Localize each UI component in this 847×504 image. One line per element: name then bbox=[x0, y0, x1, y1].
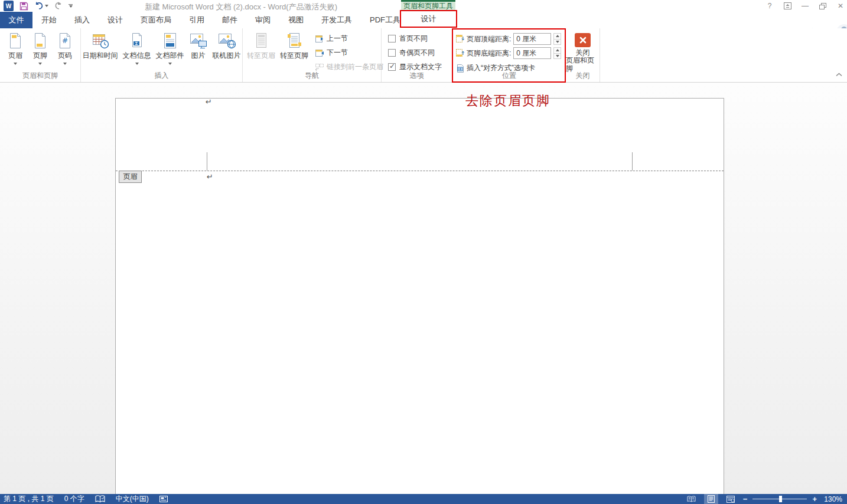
different-odd-even-checkbox[interactable] bbox=[388, 49, 396, 57]
footer-from-bottom-row: 页脚底端距离: bbox=[455, 47, 566, 59]
zoom-percentage[interactable]: 130% bbox=[822, 495, 842, 503]
header-from-top-icon bbox=[455, 34, 464, 44]
zoom-slider[interactable] bbox=[752, 494, 807, 504]
redo-icon[interactable] bbox=[54, 1, 63, 11]
close-header-footer-button[interactable]: 关闭 页眉和页脚 bbox=[566, 28, 600, 73]
footer-dropdown-arrow[interactable] bbox=[38, 63, 42, 65]
next-section-icon bbox=[315, 49, 324, 57]
different-first-page-checkbox-row[interactable]: 首页不同 bbox=[388, 34, 452, 44]
goto-footer-icon bbox=[285, 32, 303, 50]
close-window-icon[interactable]: ✕ bbox=[836, 2, 845, 10]
show-document-text-checkbox[interactable] bbox=[388, 63, 396, 71]
macro-recording-icon[interactable] bbox=[159, 496, 168, 502]
zoom-in-button[interactable]: + bbox=[812, 495, 817, 503]
tab-developer[interactable]: 开发工具 bbox=[312, 12, 361, 28]
group-label-insert: 插入 bbox=[81, 71, 242, 81]
group-options: 首页不同 奇偶页不同 显示文档文字 选项 bbox=[382, 28, 452, 82]
header-tag: 页眉 bbox=[119, 171, 142, 183]
group-insert: 日期和时间 文档信息 文档部件 图片 联机图 bbox=[81, 28, 243, 82]
header-from-top-spinner[interactable] bbox=[553, 33, 561, 45]
date-time-button[interactable]: 日期和时间 bbox=[81, 32, 120, 61]
tab-review[interactable]: 审阅 bbox=[246, 12, 279, 28]
tab-view[interactable]: 视图 bbox=[279, 12, 312, 28]
different-odd-even-checkbox-row[interactable]: 奇偶页不同 bbox=[388, 48, 452, 58]
restore-icon[interactable] bbox=[819, 2, 827, 10]
page-number-icon: # bbox=[56, 32, 74, 50]
word-window: W 新建 Microsoft Word 文档 (2).docx - Word(产… bbox=[0, 0, 847, 504]
window-title: 新建 Microsoft Word 文档 (2).docx - Word(产品激… bbox=[145, 2, 337, 12]
quick-access-toolbar: W bbox=[4, 1, 73, 11]
tab-file[interactable]: 文件 bbox=[0, 12, 32, 28]
word-count[interactable]: 0 个字 bbox=[64, 494, 84, 504]
page-indicator[interactable]: 第 1 页 , 共 1 页 bbox=[4, 494, 54, 504]
footer-from-bottom-input[interactable] bbox=[513, 47, 551, 59]
tab-mailings[interactable]: 邮件 bbox=[213, 12, 246, 28]
different-first-page-checkbox[interactable] bbox=[388, 35, 396, 42]
header-dashed-boundary bbox=[116, 171, 724, 171]
group-close: 关闭 页眉和页脚 关闭 bbox=[566, 28, 600, 82]
goto-header-button: 转至页眉 bbox=[245, 32, 277, 61]
zoom-slider-thumb[interactable] bbox=[779, 496, 782, 502]
previous-section-button[interactable]: 上一节 bbox=[315, 34, 383, 44]
svg-text:#: # bbox=[62, 37, 68, 45]
document-info-dropdown-arrow[interactable] bbox=[135, 63, 139, 65]
pictures-button[interactable]: 图片 bbox=[187, 32, 210, 61]
header-from-top-input[interactable] bbox=[513, 33, 551, 45]
group-position: 页眉顶端距离: 页脚底端距离: 插入“对齐方式”选项卡 位置 bbox=[452, 28, 566, 82]
language-indicator[interactable]: 中文(中国) bbox=[116, 494, 149, 504]
ribbon: 页眉 页脚 # 页码 页眉和页脚 bbox=[0, 28, 847, 83]
page-number-button[interactable]: # 页码 bbox=[54, 32, 76, 65]
undo-icon[interactable] bbox=[34, 1, 48, 11]
header-from-top-row: 页眉顶端距离: bbox=[455, 33, 566, 45]
header-dropdown-arrow[interactable] bbox=[14, 63, 17, 65]
document-info-button[interactable]: 文档信息 bbox=[121, 32, 153, 65]
group-label-position: 位置 bbox=[452, 71, 566, 81]
print-layout-view-button[interactable] bbox=[704, 494, 718, 504]
proofing-status-icon[interactable] bbox=[95, 495, 105, 503]
status-bar: 第 1 页 , 共 1 页 0 个字 中文(中国) − bbox=[0, 494, 847, 504]
minimize-icon[interactable]: — bbox=[801, 2, 809, 10]
tab-insert[interactable]: 插入 bbox=[66, 12, 99, 28]
page-number-dropdown-arrow[interactable] bbox=[63, 63, 67, 65]
footer-from-bottom-spinner[interactable] bbox=[553, 47, 561, 59]
tab-references[interactable]: 引用 bbox=[180, 12, 213, 28]
tab-page-layout[interactable]: 页面布局 bbox=[132, 12, 180, 28]
group-label-options: 选项 bbox=[382, 71, 452, 81]
tab-design[interactable]: 设计 bbox=[99, 12, 132, 28]
group-label-header-footer: 页眉和页脚 bbox=[0, 71, 80, 81]
save-icon[interactable] bbox=[19, 1, 28, 11]
ribbon-display-options-icon[interactable] bbox=[783, 2, 791, 10]
quick-parts-button[interactable]: 文档部件 bbox=[154, 32, 186, 65]
footer-button[interactable]: 页脚 bbox=[30, 32, 51, 65]
read-mode-view-button[interactable] bbox=[685, 494, 699, 504]
footer-from-bottom-icon bbox=[455, 48, 464, 58]
group-header-footer: 页眉 页脚 # 页码 页眉和页脚 bbox=[0, 28, 81, 82]
tab-header-footer-design-highlighted[interactable]: 设计 bbox=[400, 10, 457, 28]
contextual-tool-header: 页眉和页脚工具 bbox=[401, 0, 455, 10]
paragraph-mark-header: ↵ bbox=[207, 172, 213, 181]
quick-parts-icon bbox=[161, 32, 179, 50]
goto-footer-button[interactable]: 转至页脚 bbox=[278, 32, 310, 61]
next-section-button[interactable]: 下一节 bbox=[315, 48, 383, 58]
pictures-icon bbox=[189, 32, 208, 50]
word-app-icon: W bbox=[4, 1, 14, 11]
collapse-ribbon-icon[interactable] bbox=[836, 70, 842, 78]
header-boundary-mark-right bbox=[632, 152, 633, 171]
document-info-icon bbox=[128, 32, 146, 50]
zoom-out-button[interactable]: − bbox=[743, 495, 748, 503]
header-from-top-label: 页眉顶端距离: bbox=[467, 34, 511, 44]
header-button[interactable]: 页眉 bbox=[5, 32, 26, 65]
document-area: 去除页眉页脚 ↵ 页眉 ↵ bbox=[0, 83, 847, 494]
group-label-close: 关闭 bbox=[566, 71, 600, 81]
link-to-previous-icon bbox=[315, 63, 324, 71]
close-header-footer-icon bbox=[575, 33, 591, 47]
help-icon[interactable]: ? bbox=[765, 2, 774, 10]
undo-dropdown-caret[interactable] bbox=[45, 5, 48, 7]
header-boundary-mark-left bbox=[207, 152, 207, 171]
customize-qat-icon[interactable] bbox=[69, 1, 73, 11]
footer-from-bottom-label: 页脚底端距离: bbox=[467, 48, 511, 58]
tab-home[interactable]: 开始 bbox=[32, 12, 66, 28]
quick-parts-dropdown-arrow[interactable] bbox=[168, 63, 172, 65]
web-layout-view-button[interactable] bbox=[724, 494, 738, 504]
online-pictures-button[interactable]: 联机图片 bbox=[211, 32, 243, 61]
